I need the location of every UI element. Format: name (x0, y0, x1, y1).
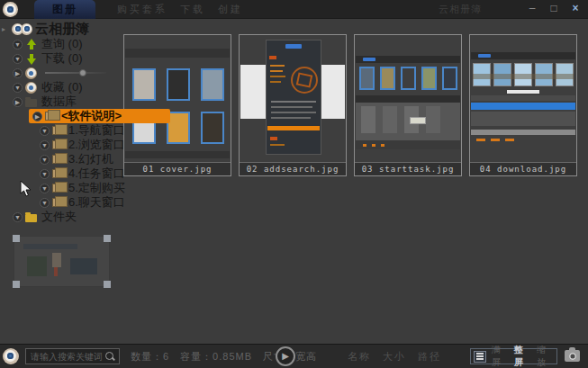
expander-icon[interactable]: ▼ (40, 126, 50, 136)
green-up-arrow-icon (25, 39, 38, 50)
thumbnail-image-2 (240, 36, 345, 161)
window-title: 云相册簿 (439, 0, 482, 19)
thumbnail-caption: 03 starttask.jpg (355, 162, 461, 175)
selected-highlight[interactable]: ▶ <软件说明> (29, 109, 170, 123)
green-down-arrow-icon (25, 53, 38, 65)
tree-item-favorites[interactable]: ▼ 收藏 (0) (0, 80, 189, 94)
expander-icon[interactable]: ▼ (13, 212, 23, 222)
thumbnail-card-2[interactable]: 02 addsearch.jpg (239, 34, 347, 176)
expander-icon[interactable]: ▶ (13, 97, 23, 107)
view-mode-group: 满屏 整屏 缩放 (470, 348, 557, 364)
sort-options[interactable]: 名称 大小 路径 (348, 345, 441, 368)
folder-icon (25, 96, 38, 108)
tree-item-task-window[interactable]: ▼ 4.任务窗口 (0, 166, 189, 181)
resize-handle[interactable] (13, 281, 20, 288)
tree-item-chat-window[interactable]: ▼ 6.聊天窗口 (0, 195, 189, 210)
expander-icon[interactable]: ▼ (40, 155, 50, 165)
expander-icon[interactable]: ▼ (40, 198, 50, 208)
eye-logo-icon (3, 348, 19, 364)
tree-root-cloud-album[interactable]: ▸ 云相册簿 (0, 21, 189, 37)
photo-stack-icon (52, 168, 65, 180)
close-button[interactable]: × (568, 0, 583, 19)
thumbnail-image-4 (471, 36, 575, 161)
list-view-icon[interactable] (474, 351, 486, 363)
mouse-cursor (20, 180, 32, 197)
photo-stack-icon (52, 154, 65, 166)
yellow-folder-icon (25, 211, 38, 223)
expander-icon[interactable]: ▼ (13, 40, 23, 49)
expander-icon[interactable]: ▶ (13, 68, 23, 78)
resize-handle[interactable] (13, 235, 20, 242)
photo-stack-icon (52, 139, 65, 151)
status-bar: 数量：6 容量：0.85MB 尺寸：宽高 ▶ 名称 大小 路径 满屏 整屏 缩放 (0, 344, 588, 368)
tree-item-download[interactable]: ▼ 下载 (0) (0, 51, 189, 66)
search-box[interactable] (25, 348, 120, 364)
search-input[interactable] (26, 352, 104, 362)
expander-icon[interactable]: ▼ (40, 169, 50, 179)
maximize-button[interactable]: □ (547, 0, 561, 19)
slider-thumb[interactable] (79, 69, 86, 76)
thumbnail-caption: 02 addsearch.jpg (240, 162, 346, 175)
eye-icon (25, 82, 38, 94)
photo-stack-icon (45, 111, 58, 122)
expander-icon[interactable]: ▼ (13, 83, 23, 93)
navigator-preview[interactable] (14, 236, 110, 287)
expander-icon[interactable]: ▼ (40, 184, 50, 193)
resize-handle[interactable] (104, 281, 111, 288)
photo-stack-icon (52, 197, 65, 209)
view-mode-fullscreen[interactable]: 满屏 (492, 344, 509, 368)
eye-icon (25, 67, 38, 79)
view-mode-fit-screen[interactable]: 整屏 (514, 344, 531, 368)
photo-stack-icon (52, 183, 65, 194)
expander-icon[interactable]: ▸ (2, 25, 10, 33)
app-logo-eye-icon (3, 2, 18, 17)
thumbnail-card-3[interactable]: 03 starttask.jpg (354, 34, 462, 176)
tab-album[interactable]: 图册 (34, 0, 95, 19)
play-slideshow-button[interactable]: ▶ (276, 346, 295, 366)
tree-item-nav-window[interactable]: ▼ 1.导航窗口 (0, 123, 189, 138)
photo-stack-icon (52, 125, 65, 137)
tree-item-search[interactable]: ▼ 查询 (0) (0, 37, 189, 51)
thumbnail-card-4[interactable]: 04 download.jpg (469, 34, 577, 176)
minimize-button[interactable]: – (525, 0, 539, 19)
title-bar: 图册 购买套系 下载 创建 云相册簿 – □ × (0, 0, 588, 19)
view-mode-zoom[interactable]: 缩放 (537, 344, 554, 368)
tree-item-database[interactable]: ▶ 数据库 (0, 94, 189, 109)
tree-item-zoom-slider[interactable]: ▶ (0, 66, 189, 80)
tree-item-software-manual-selected[interactable]: ▶ <软件说明> (0, 109, 189, 123)
expander-icon[interactable]: ▼ (13, 54, 23, 64)
zoom-slider[interactable] (45, 72, 106, 74)
expander-icon[interactable]: ▼ (40, 140, 50, 150)
thumbnail-image-3 (356, 36, 460, 161)
double-eye-icon (12, 23, 32, 35)
search-icon[interactable] (104, 351, 115, 362)
tree-item-folders[interactable]: ▼ 文件夹 (0, 210, 189, 224)
camera-icon[interactable] (565, 350, 580, 362)
expander-icon[interactable]: ▶ (32, 112, 42, 121)
tree-item-slideshow[interactable]: ▼ 3.幻灯机 (0, 152, 189, 166)
resize-handle[interactable] (104, 235, 111, 242)
thumbnail-caption: 04 download.jpg (470, 162, 576, 175)
tree-item-browse-window[interactable]: ▼ 2.浏览窗口 (0, 138, 189, 152)
menu-bar[interactable]: 购买套系 下载 创建 (117, 0, 243, 19)
tree-root-label: 云相册簿 (35, 21, 89, 38)
